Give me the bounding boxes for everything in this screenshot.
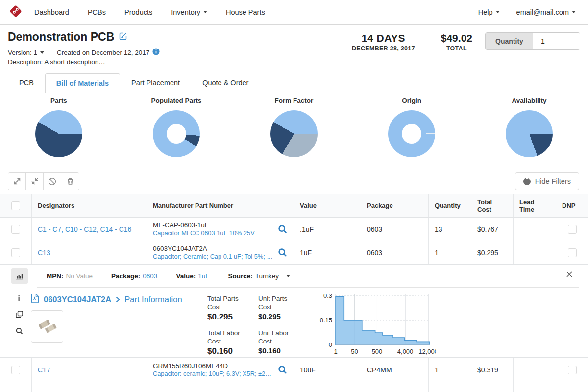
svg-text:0.3: 0.3 bbox=[323, 292, 332, 299]
edit-title-icon[interactable] bbox=[119, 32, 127, 42]
value-cell: 1uF bbox=[294, 241, 361, 264]
search-part-icon[interactable] bbox=[278, 248, 288, 258]
tab-pcb[interactable]: PCB bbox=[8, 73, 45, 93]
info-icon[interactable] bbox=[152, 48, 160, 57]
nav-item-inventory[interactable]: Inventory bbox=[171, 8, 207, 16]
package-cell: 0603 bbox=[361, 218, 429, 241]
part-thumbnail[interactable] bbox=[31, 310, 63, 343]
help-menu[interactable]: Help bbox=[478, 8, 500, 16]
availability-pie-chart[interactable] bbox=[506, 110, 553, 157]
filter-chart-origin: Origin bbox=[353, 97, 470, 169]
part-detail-panel: MPN:No Value Package:0603 Value:1uF Sour… bbox=[0, 265, 588, 358]
mpn-text: GRM155R60J106ME44D bbox=[153, 362, 274, 370]
chart-title: Availability bbox=[512, 97, 547, 104]
table-row bbox=[0, 382, 588, 392]
designators-link[interactable]: C13 bbox=[38, 249, 50, 257]
filter-chart-form-factor: Form Factor bbox=[235, 97, 353, 169]
close-panel-icon[interactable] bbox=[566, 270, 572, 279]
svg-text:0: 0 bbox=[329, 341, 332, 348]
quantity-widget: Quantity bbox=[485, 32, 580, 50]
dnp-checkbox[interactable] bbox=[568, 248, 577, 257]
nav-right: Help email@mail.com bbox=[478, 8, 576, 16]
col-package: Package bbox=[361, 194, 429, 217]
bom-table: Designators Manufacturer Part Number Val… bbox=[0, 194, 588, 392]
part-information-link[interactable]: Part Information bbox=[124, 295, 182, 304]
designators-link[interactable]: C17 bbox=[38, 366, 50, 374]
parts-pie-chart[interactable] bbox=[35, 110, 82, 157]
total-cost-cell: $0.319 bbox=[471, 358, 514, 382]
col-designators: Designators bbox=[32, 194, 147, 217]
part-summary: 0603YC104JAT2A Part Information bbox=[31, 294, 207, 358]
total-amount: $49.02 bbox=[441, 32, 472, 44]
chart-title: Parts bbox=[50, 97, 67, 104]
nav-item-house-parts[interactable]: House Parts bbox=[226, 8, 265, 16]
chevron-right-icon bbox=[116, 296, 120, 303]
created-date-text: Created on December 12, 2017 bbox=[57, 49, 149, 56]
hide-filters-button[interactable]: Hide Filters bbox=[515, 172, 579, 190]
part-info-icon[interactable] bbox=[16, 294, 22, 303]
tab-part-placement[interactable]: Part Placement bbox=[120, 73, 191, 93]
filter-chart-parts: Parts bbox=[0, 97, 118, 169]
row-checkbox[interactable] bbox=[11, 248, 20, 257]
col-total-cost: Total Cost bbox=[471, 194, 514, 217]
lead-days: 14 DAYS bbox=[352, 32, 415, 44]
panel-header: MPN:No Value Package:0603 Value:1uF Sour… bbox=[0, 265, 588, 287]
nav-links: Dashboard PCBs Products Inventory House … bbox=[34, 8, 265, 16]
search-icon[interactable] bbox=[16, 327, 23, 337]
quantity-cell: 13 bbox=[429, 218, 471, 241]
delete-button[interactable] bbox=[61, 173, 79, 190]
filter-chart-populated-parts: Populated Parts bbox=[118, 97, 235, 169]
cost-item: Unit Parts Cost $0.295 bbox=[258, 294, 307, 324]
part-number-link[interactable]: 0603YC104JAT2A bbox=[44, 295, 111, 304]
row-checkbox[interactable] bbox=[11, 366, 20, 374]
mpn-description-link[interactable]: Capacitor: ceramic; 10uF; 6.3V; X5R; ±20… bbox=[153, 370, 274, 378]
select-all-checkbox[interactable] bbox=[11, 201, 20, 210]
bom-toolbar: Hide Filters bbox=[0, 169, 588, 194]
divider bbox=[428, 32, 428, 58]
form-factor-pie-chart[interactable] bbox=[270, 110, 318, 157]
origin-pie-chart[interactable] bbox=[388, 110, 435, 157]
copy-icon[interactable] bbox=[16, 311, 23, 320]
svg-text:50: 50 bbox=[351, 348, 358, 355]
caret-down-icon bbox=[286, 275, 290, 277]
value-link[interactable]: 1uF bbox=[198, 272, 209, 280]
row-checkbox[interactable] bbox=[11, 225, 20, 234]
lead-time-block: 14 DAYS DECEMBER 28, 2017 bbox=[352, 32, 415, 52]
dnp-checkbox[interactable] bbox=[568, 225, 577, 234]
price-break-chart[interactable]: 00.150.31505004,00012,000 bbox=[318, 292, 436, 358]
tab-quote-order[interactable]: Quote & Order bbox=[191, 73, 260, 93]
description-text: Description: A short description… bbox=[8, 58, 219, 66]
search-part-icon[interactable] bbox=[278, 365, 288, 375]
ship-date: DECEMBER 28, 2017 bbox=[352, 45, 415, 52]
expand-all-button[interactable] bbox=[8, 173, 26, 190]
panel-mpn: MPN:No Value bbox=[47, 272, 93, 280]
package-link[interactable]: 0603 bbox=[143, 272, 157, 280]
dnp-ban-button[interactable] bbox=[44, 173, 61, 190]
pdf-datasheet-icon[interactable] bbox=[31, 294, 39, 305]
table-row: C13 0603YC104JAT2A Capacitor; Ceramic; C… bbox=[0, 241, 588, 265]
search-part-icon[interactable] bbox=[278, 224, 288, 234]
svg-text:12,000: 12,000 bbox=[418, 348, 436, 355]
source-selector[interactable]: Source:Turnkey bbox=[228, 272, 290, 280]
populated-parts-pie-chart[interactable] bbox=[153, 110, 200, 157]
mpn-text: 0603YC104JAT2A bbox=[153, 245, 274, 253]
quantity-input[interactable] bbox=[533, 33, 580, 49]
account-menu[interactable]: email@mail.com bbox=[516, 8, 576, 16]
value-cell: 10uF bbox=[294, 358, 361, 382]
version-selector[interactable]: Version: 1 bbox=[8, 49, 44, 56]
nav-item-products[interactable]: Products bbox=[124, 8, 152, 16]
mpn-description-link[interactable]: Capacitor MLCC 0603 1uF 10% 25V bbox=[153, 229, 274, 237]
mpn-description-link[interactable]: Capacitor; Ceramic; Cap 0.1 uF; Tol 5%; … bbox=[153, 253, 274, 261]
tab-bill-of-materials[interactable]: Bill of Materials bbox=[45, 74, 120, 93]
designators-link[interactable]: C1 - C7, C10 - C12, C14 - C16 bbox=[38, 225, 131, 233]
dnp-checkbox[interactable] bbox=[568, 366, 577, 374]
cost-item: Unit Labor Cost $0.160 bbox=[258, 329, 307, 358]
nav-item-dashboard[interactable]: Dashboard bbox=[34, 8, 69, 16]
collapse-all-button[interactable] bbox=[26, 173, 44, 190]
quantity-cell: 1 bbox=[429, 241, 471, 264]
col-value: Value bbox=[294, 194, 361, 217]
brand-logo-icon[interactable] bbox=[8, 3, 24, 21]
svg-text:1: 1 bbox=[334, 348, 337, 355]
nav-item-pcbs[interactable]: PCBs bbox=[88, 8, 106, 16]
price-history-button[interactable] bbox=[11, 268, 28, 284]
